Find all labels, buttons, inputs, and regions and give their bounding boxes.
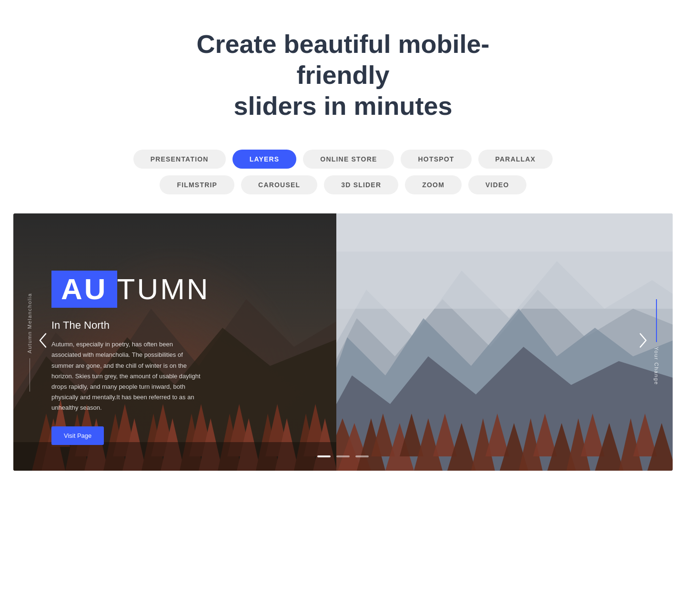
right-side-label: Your Change <box>654 347 659 385</box>
slide-content: AU TUMN In The North Autumn, especially … <box>51 271 317 445</box>
slider-container: AU TUMN In The North Autumn, especially … <box>13 213 673 471</box>
svg-rect-54 <box>336 213 673 252</box>
tab-3d-slider[interactable]: 3D SLIDER <box>324 175 398 194</box>
slide-left-panel: AU TUMN In The North Autumn, especially … <box>13 213 336 471</box>
slide-title-main: TUMN <box>117 274 210 304</box>
next-arrow-button[interactable] <box>635 328 652 356</box>
svg-rect-26 <box>13 442 336 471</box>
slide-description: Autumn, especially in poetry, has often … <box>51 339 204 413</box>
dot-2[interactable] <box>336 455 350 457</box>
dot-1[interactable] <box>317 455 331 457</box>
slide-right-panel: Your Change <box>336 213 673 471</box>
prev-arrow-button[interactable] <box>34 328 51 356</box>
tabs-section: PRESENTATION LAYERS ONLINE STORE HOTSPOT… <box>0 140 686 213</box>
tab-hotspot[interactable]: HOTSPOT <box>401 150 471 169</box>
visit-page-button[interactable]: Visit Page <box>51 426 104 445</box>
tab-presentation[interactable]: PRESENTATION <box>133 150 226 169</box>
slide-title-wrapper: AU TUMN <box>51 271 317 308</box>
tab-layers[interactable]: LAYERS <box>232 150 297 169</box>
slide-title-bg: AU <box>51 271 117 308</box>
left-side-label: Autumn Melancholia <box>27 293 32 353</box>
dot-3[interactable] <box>355 455 369 457</box>
tab-carousel[interactable]: CAROUSEL <box>241 175 317 194</box>
slide-subtitle: In The North <box>51 319 317 332</box>
tab-filmstrip[interactable]: FILMSTRIP <box>160 175 234 194</box>
left-side-line <box>30 358 30 392</box>
tab-video[interactable]: VIDEO <box>468 175 526 194</box>
page-title: Create beautiful mobile-friendly sliders… <box>176 29 510 121</box>
tab-zoom[interactable]: ZOOM <box>405 175 462 194</box>
slider-wrapper: AU TUMN In The North Autumn, especially … <box>0 213 686 471</box>
slide-title-accent: AU <box>61 273 108 305</box>
tabs-row-1: PRESENTATION LAYERS ONLINE STORE HOTSPOT… <box>133 150 553 169</box>
tab-online-store[interactable]: ONLINE STORE <box>303 150 394 169</box>
right-side-line <box>656 299 657 342</box>
header-section: Create beautiful mobile-friendly sliders… <box>0 0 686 140</box>
slider-dots <box>317 455 369 457</box>
tab-parallax[interactable]: PARALLAX <box>478 150 553 169</box>
tabs-row-2: FILMSTRIP CAROUSEL 3D SLIDER ZOOM VIDEO <box>160 175 526 194</box>
